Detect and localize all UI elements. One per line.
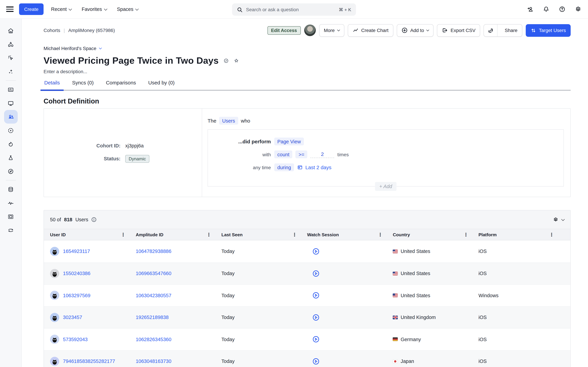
share-button[interactable]: Share [484,24,522,37]
play-session-icon[interactable] [312,292,320,299]
column-header-user-id[interactable]: User ID ⋮ [50,232,136,237]
add-user-icon[interactable] [526,5,534,13]
subject-chip[interactable]: Users [219,117,238,125]
page-title[interactable]: Viewed Pricing Page Twice in Two Days [44,54,219,67]
app-body: Cohorts | AmpliMoney (657986) Edit Acces… [0,19,588,367]
play-session-icon[interactable] [312,336,320,343]
user-id-link[interactable]: 7946185838255282177 [63,359,115,364]
help-icon[interactable] [558,5,566,13]
tab-comparisons[interactable]: Comparisons [105,80,137,90]
info-icon[interactable] [91,217,97,222]
column-menu-icon[interactable]: ⋮ [292,232,297,237]
amplitude-id-link[interactable]: 1064782938886 [136,249,172,254]
column-menu-icon[interactable]: ⋮ [206,232,211,237]
column-menu-icon[interactable]: ⋮ [378,232,383,237]
amplitude-id-link[interactable]: 1063048163730 [136,359,172,364]
cohort-id-value: xj3ppj6a [125,143,149,148]
description-placeholder[interactable]: Enter a description... [44,69,571,74]
settings-gear-icon[interactable] [574,5,582,13]
edit-access-badge[interactable]: Edit Access [267,26,301,34]
menu-favorites[interactable]: Favorites [82,7,107,12]
sidebar-item-home[interactable] [4,24,17,37]
during-chip[interactable]: during [274,163,294,171]
breadcrumb-project[interactable]: AmpliMoney (657986) [68,28,115,33]
column-header-platform[interactable]: Platform ⋮ [478,232,564,237]
amplitude-id-link[interactable]: 1069663547660 [136,271,172,276]
user-id-link[interactable]: 3023457 [63,315,82,320]
amplitude-id-link[interactable]: 1062826345360 [136,337,172,342]
times-label: times [337,152,349,157]
user-id-link[interactable]: 1654923117 [63,249,90,254]
user-avatar [50,313,59,322]
status-label: Status: [97,156,121,161]
column-header-country[interactable]: Country ⋮ [393,232,479,237]
column-header-last-seen[interactable]: Last Seen ⋮ [221,232,307,237]
sidebar-item-connections[interactable] [4,223,17,237]
sidebar-item-discover[interactable] [4,164,17,178]
sidebar-item-signals[interactable] [4,196,17,210]
operator-chip[interactable]: >= [295,150,307,158]
column-header-amplitude-id[interactable]: Amplitude ID ⋮ [136,232,221,237]
date-range-picker[interactable]: Last 2 days [297,164,331,170]
table-settings[interactable] [553,217,564,223]
export-csv-button[interactable]: Export CSV [437,24,480,37]
user-id-link[interactable]: 1550240386 [63,271,90,276]
sidebar-item-dashboards[interactable] [4,96,17,110]
avatar[interactable] [304,25,316,36]
column-menu-icon[interactable]: ⋮ [549,232,554,237]
cell-amplitude-id: 1069663547660 [136,271,221,276]
sidebar-item-experiments[interactable] [4,151,17,164]
copy-link-icon[interactable] [484,24,498,36]
play-session-icon[interactable] [312,314,320,321]
play-session-icon[interactable] [312,270,320,277]
sidebar-item-ai-sparkles[interactable] [4,65,17,78]
aggregator-chip[interactable]: count [274,150,293,158]
tab-used-by[interactable]: Used by (0) [147,80,175,90]
column-menu-icon[interactable]: ⋮ [464,232,468,237]
search-icon [237,7,243,12]
cell-country: United Kingdom [393,315,479,320]
count-input[interactable]: 2 [310,151,334,158]
verified-badge-icon[interactable] [223,58,229,64]
add-condition-button[interactable]: + Add [375,182,397,191]
target-users-button[interactable]: Target Users [526,24,571,37]
user-id-link[interactable]: 573592043 [63,337,88,342]
column-header-watch-session[interactable]: Watch Session ⋮ [307,232,393,237]
hamburger-menu-icon[interactable] [6,7,14,12]
plus-circle-icon [401,27,408,33]
sidebar-item-templates[interactable] [4,210,17,223]
breadcrumb-cohorts[interactable]: Cohorts [44,28,60,33]
amplitude-id-link[interactable]: 192652189838 [136,315,169,320]
main-content: Cohorts | AmpliMoney (657986) Edit Acces… [22,19,588,367]
sidebar-item-data[interactable] [4,183,17,196]
column-menu-icon[interactable]: ⋮ [121,232,126,237]
more-button[interactable]: More [319,24,344,37]
menu-recent[interactable]: Recent [51,7,72,12]
event-chip[interactable]: Page View [274,138,304,145]
search-input[interactable]: Search or ask a question ⌘ + K [232,3,356,16]
sidebar-item-charts[interactable] [4,83,17,96]
monster-avatar-icon [50,357,59,366]
tab-details[interactable]: Details [44,80,61,90]
sidebar-item-objects[interactable] [4,37,17,51]
cohort-id-label: Cohort ID: [97,143,121,148]
sentence-who: who [241,118,250,124]
create-button[interactable]: Create [19,3,44,15]
user-avatar [50,247,59,256]
tab-syncs[interactable]: Syncs (0) [72,80,94,90]
sidebar-item-cohorts[interactable] [4,110,17,124]
menu-spaces[interactable]: Spaces [117,7,138,12]
amplitude-id-link[interactable]: 1063042380557 [136,293,172,298]
play-session-icon[interactable] [312,248,320,255]
user-id-link[interactable]: 1063297569 [63,293,90,298]
sidebar-item-activation[interactable] [4,137,17,151]
users-count-shown: 50 of [50,217,61,222]
sidebar-item-session-replay[interactable] [4,124,17,137]
sidebar-item-cursor-magic[interactable] [4,51,17,65]
add-to-button[interactable]: Add to [397,24,433,37]
create-chart-button[interactable]: Create Chart [348,24,393,37]
play-session-icon[interactable] [312,358,320,365]
space-selector[interactable]: Michael Heriford's Space [44,46,101,51]
star-icon[interactable] [233,58,239,64]
notifications-bell-icon[interactable] [542,5,550,13]
